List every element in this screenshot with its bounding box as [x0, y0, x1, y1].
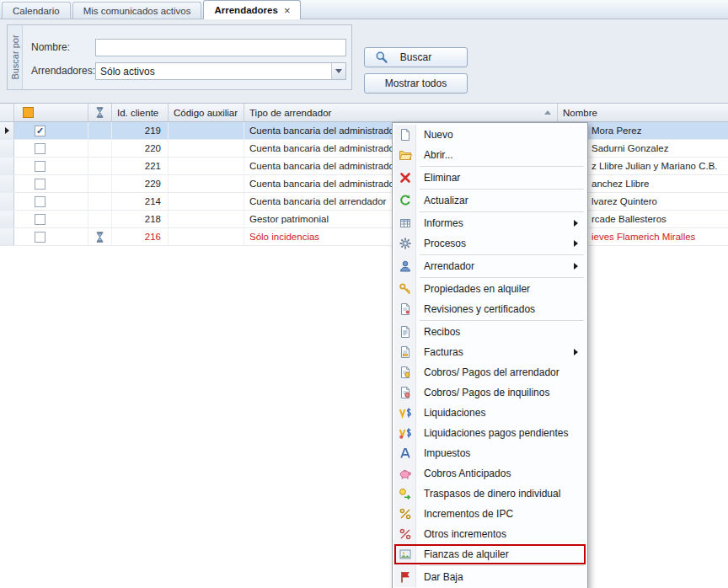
table-row[interactable]: 220 Cuenta bancaria del administrador Sa…	[0, 140, 728, 158]
menu-item-arrendador[interactable]: Arrendador	[394, 256, 586, 276]
table-row[interactable]: 229 Cuenta bancaria del administrador an…	[0, 175, 728, 193]
row-indicator	[0, 175, 14, 192]
codigo-auxiliar-cell	[169, 175, 244, 192]
arrendadores-select[interactable]: Sólo activos	[95, 62, 346, 80]
row-checkbox[interactable]	[14, 228, 88, 245]
column-title: Tipo de arrendador	[249, 108, 331, 118]
menu-item-informes[interactable]: Informes	[394, 213, 586, 233]
header-id-cliente[interactable]: Id. cliente	[112, 104, 169, 121]
checkbox-box-icon[interactable]	[35, 126, 46, 136]
submenu-arrow-icon	[574, 240, 578, 247]
certificate-document-icon	[394, 302, 416, 316]
checkbox-box-icon[interactable]	[35, 214, 46, 225]
tab-arrendadores[interactable]: Arrendadores ×	[203, 0, 301, 19]
row-checkbox[interactable]	[14, 193, 88, 210]
menu-item-cobros-anticipados[interactable]: Cobros Anticipados	[394, 463, 586, 484]
checkbox-box-icon[interactable]	[35, 196, 46, 207]
menu-item-label: Cobros Anticipados	[416, 468, 511, 479]
header-incidencia-column[interactable]	[88, 104, 112, 121]
table-row[interactable]: 218 Gestor patrimonial rcade Ballesteros	[0, 211, 728, 228]
menu-item-impuestos[interactable]: Impuestos	[394, 443, 586, 463]
liquidations-icon	[394, 406, 416, 420]
buscar-button-label: Buscar	[400, 51, 431, 63]
table-row[interactable]: 219 Cuenta bancaria del administrador Mo…	[0, 122, 728, 140]
id-cliente-cell: 229	[112, 175, 169, 192]
tab-bar: Calendario Mis comunicados activos Arren…	[0, 0, 728, 19]
menu-item-incrementos-de-ipc[interactable]: Incrementos de IPC	[394, 504, 586, 524]
tab-label: Mis comunicados activos	[83, 6, 191, 16]
context-menu: Nuevo Abrir... Eliminar Actualizar Infor…	[392, 122, 588, 588]
menu-item-facturas[interactable]: Facturas	[394, 342, 586, 362]
menu-item-procesos[interactable]: Procesos	[394, 233, 586, 254]
header-codigo-auxiliar[interactable]: Código auxiliar	[169, 104, 244, 121]
table-row[interactable]: 214 Cuenta bancaria del arrendador lvare…	[0, 193, 728, 211]
close-tab-icon[interactable]: ×	[284, 5, 291, 16]
menu-item-propiedades-en-alquiler[interactable]: Propiedades en alquiler	[394, 279, 586, 299]
tab-calendario[interactable]: Calendario	[2, 2, 71, 19]
nombre-input[interactable]	[95, 39, 346, 56]
tab-mis-comunicados-activos[interactable]: Mis comunicados activos	[72, 2, 202, 19]
grid-header-row: Id. cliente Código auxiliar Tipo de arre…	[0, 104, 728, 122]
id-cliente-cell: 214	[112, 193, 169, 210]
menu-item-fianzas-de-alquiler[interactable]: Fianzas de alquiler	[394, 544, 586, 564]
menu-item-label: Recibos	[416, 326, 460, 338]
menu-separator	[420, 320, 584, 321]
menu-item-revisiones-y-certificados[interactable]: Revisiones y certificados	[394, 299, 586, 319]
menu-item-label: Facturas	[416, 346, 463, 358]
menu-separator	[420, 565, 584, 566]
menu-item-label: Eliminar	[416, 172, 460, 184]
group-label-text: Buscar por	[10, 35, 20, 79]
menu-item-label: Informes	[416, 217, 463, 229]
menu-item-dar-baja[interactable]: Dar Baja	[394, 567, 586, 587]
header-nombre[interactable]: Nombre	[558, 104, 728, 121]
menu-item-label: Cobros/ Pagos del arrendador	[416, 366, 559, 378]
id-cliente-cell: 220	[112, 140, 169, 157]
buscar-button[interactable]: Buscar	[364, 47, 468, 67]
menu-item-liquidaciones[interactable]: Liquidaciones	[394, 403, 586, 423]
header-select-all-checkbox[interactable]	[14, 104, 88, 121]
row-indicator	[0, 122, 14, 139]
menu-item-abrir[interactable]: Abrir...	[394, 145, 586, 165]
id-cliente-cell: 221	[112, 158, 169, 174]
row-indicator	[0, 158, 14, 174]
submenu-arrow-icon	[574, 349, 578, 355]
codigo-auxiliar-cell	[169, 211, 244, 227]
menu-item-eliminar[interactable]: Eliminar	[394, 168, 586, 188]
menu-item-nuevo[interactable]: Nuevo	[394, 125, 586, 145]
menu-item-label: Liquidaciones	[416, 407, 485, 419]
menu-item-traspasos-de-dinero-individual[interactable]: Traspasos de dinero individual	[394, 484, 586, 504]
checkbox-box-icon[interactable]	[35, 161, 46, 172]
search-icon	[375, 51, 388, 64]
refresh-icon	[394, 194, 416, 207]
row-checkbox[interactable]	[14, 211, 88, 227]
checkbox-box-icon[interactable]	[35, 179, 46, 190]
select-all-checkbox-icon[interactable]	[23, 107, 34, 118]
menu-item-otros-incrementos[interactable]: Otros incrementos	[394, 524, 586, 544]
menu-item-cobros-pagos-del-arrendador[interactable]: Cobros/ Pagos del arrendador	[394, 362, 586, 382]
header-tipo-arrendador[interactable]: Tipo de arrendador	[244, 104, 558, 121]
liquidations-pending-icon	[394, 426, 416, 440]
table-row[interactable]: 216 Sólo incidencias ieves Flamerich Mir…	[0, 228, 728, 246]
checkbox-box-icon[interactable]	[35, 143, 46, 154]
menu-separator	[420, 166, 584, 167]
checkbox-box-icon[interactable]	[35, 232, 46, 243]
codigo-auxiliar-cell	[169, 193, 244, 210]
column-title: Id. cliente	[117, 108, 158, 118]
row-checkbox[interactable]	[14, 158, 88, 174]
row-indicator	[0, 228, 14, 245]
column-title: Código auxiliar	[174, 108, 238, 118]
chevron-down-icon[interactable]	[331, 63, 345, 79]
menu-item-actualizar[interactable]: Actualizar	[394, 190, 586, 211]
menu-separator	[420, 277, 584, 278]
menu-item-recibos[interactable]: Recibos	[394, 322, 586, 342]
menu-item-label: Impuestos	[416, 447, 470, 459]
menu-item-liquidaciones-pagos-pendientes[interactable]: Liquidaciones pagos pendientes	[394, 423, 586, 443]
table-row[interactable]: 221 Cuenta bancaria del administrador z …	[0, 158, 728, 175]
row-checkbox[interactable]	[14, 122, 88, 139]
row-checkbox[interactable]	[14, 175, 88, 192]
menu-item-cobros-pagos-de-inquilinos[interactable]: Cobros/ Pagos de inquilinos	[394, 382, 586, 403]
row-checkbox[interactable]	[14, 140, 88, 157]
report-table-icon	[394, 216, 416, 230]
arrendadores-grid: Id. cliente Código auxiliar Tipo de arre…	[0, 103, 728, 588]
mostrar-todos-button[interactable]: Mostrar todos	[364, 73, 468, 94]
